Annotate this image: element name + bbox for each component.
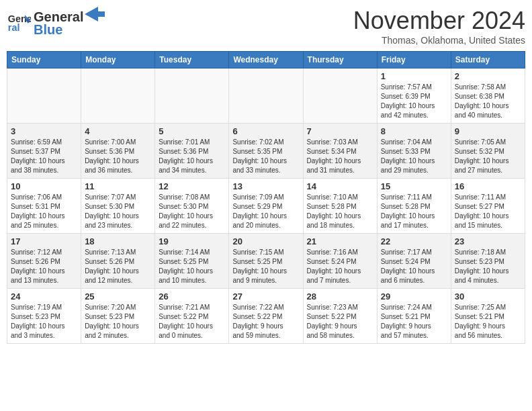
- day-number: 5: [159, 126, 225, 136]
- day-info: Sunrise: 7:15 AM Sunset: 5:25 PM Dayligh…: [232, 248, 299, 285]
- title-section: November 2024 Thomas, Oklahoma, United S…: [353, 7, 525, 46]
- logo-arrow: [85, 7, 105, 21]
- weekday-header: Tuesday: [155, 52, 229, 68]
- day-info: Sunrise: 7:57 AM Sunset: 6:39 PM Dayligh…: [381, 83, 447, 120]
- calendar-cell: [81, 68, 155, 124]
- calendar-cell: 20Sunrise: 7:15 AM Sunset: 5:25 PM Dayli…: [229, 234, 303, 289]
- day-number: 11: [85, 181, 151, 191]
- day-number: 1: [381, 71, 447, 81]
- calendar-cell: 28Sunrise: 7:23 AM Sunset: 5:22 PM Dayli…: [303, 289, 377, 344]
- day-info: Sunrise: 7:11 AM Sunset: 5:27 PM Dayligh…: [455, 193, 521, 230]
- calendar-cell: 14Sunrise: 7:10 AM Sunset: 5:28 PM Dayli…: [303, 179, 377, 234]
- day-info: Sunrise: 7:10 AM Sunset: 5:28 PM Dayligh…: [307, 193, 373, 230]
- day-number: 15: [381, 181, 447, 191]
- calendar-cell: 22Sunrise: 7:17 AM Sunset: 5:24 PM Dayli…: [377, 234, 451, 289]
- calendar-cell: [7, 68, 81, 124]
- calendar-cell: 23Sunrise: 7:18 AM Sunset: 5:23 PM Dayli…: [451, 234, 525, 289]
- day-info: Sunrise: 7:00 AM Sunset: 5:36 PM Dayligh…: [85, 138, 151, 175]
- day-info: Sunrise: 7:24 AM Sunset: 5:21 PM Dayligh…: [381, 303, 447, 340]
- calendar-cell: 25Sunrise: 7:20 AM Sunset: 5:23 PM Dayli…: [81, 289, 155, 344]
- day-number: 3: [11, 126, 77, 136]
- calendar-cell: 15Sunrise: 7:11 AM Sunset: 5:28 PM Dayli…: [377, 179, 451, 234]
- day-number: 28: [307, 291, 373, 302]
- calendar-week-row: 1Sunrise: 7:57 AM Sunset: 6:39 PM Daylig…: [7, 68, 525, 124]
- calendar-week-row: 24Sunrise: 7:19 AM Sunset: 5:23 PM Dayli…: [7, 289, 525, 344]
- day-info: Sunrise: 7:19 AM Sunset: 5:23 PM Dayligh…: [11, 303, 77, 340]
- day-number: 10: [11, 181, 77, 191]
- day-number: 21: [307, 236, 373, 246]
- day-number: 29: [381, 291, 447, 302]
- day-info: Sunrise: 6:59 AM Sunset: 5:37 PM Dayligh…: [11, 138, 77, 175]
- day-info: Sunrise: 7:22 AM Sunset: 5:22 PM Dayligh…: [232, 303, 299, 340]
- weekday-header: Monday: [81, 52, 155, 68]
- calendar-week-row: 17Sunrise: 7:12 AM Sunset: 5:26 PM Dayli…: [7, 234, 525, 289]
- calendar-cell: 11Sunrise: 7:07 AM Sunset: 5:30 PM Dayli…: [81, 179, 155, 234]
- day-info: Sunrise: 7:14 AM Sunset: 5:25 PM Dayligh…: [159, 248, 225, 285]
- logo: Gene ral General Blue: [7, 7, 105, 38]
- calendar-cell: 12Sunrise: 7:08 AM Sunset: 5:30 PM Dayli…: [155, 179, 229, 234]
- day-number: 26: [159, 291, 225, 302]
- logo-icon: Gene ral: [7, 10, 31, 34]
- day-info: Sunrise: 7:20 AM Sunset: 5:23 PM Dayligh…: [85, 303, 151, 340]
- month-title: November 2024: [353, 7, 525, 35]
- calendar-cell: 13Sunrise: 7:09 AM Sunset: 5:29 PM Dayli…: [229, 179, 303, 234]
- day-number: 20: [232, 236, 299, 246]
- calendar-week-row: 10Sunrise: 7:06 AM Sunset: 5:31 PM Dayli…: [7, 179, 525, 234]
- calendar-cell: 21Sunrise: 7:16 AM Sunset: 5:24 PM Dayli…: [303, 234, 377, 289]
- day-number: 13: [232, 181, 299, 191]
- calendar-cell: 24Sunrise: 7:19 AM Sunset: 5:23 PM Dayli…: [7, 289, 81, 344]
- calendar-cell: 8Sunrise: 7:04 AM Sunset: 5:33 PM Daylig…: [377, 124, 451, 179]
- calendar-cell: 3Sunrise: 6:59 AM Sunset: 5:37 PM Daylig…: [7, 124, 81, 179]
- calendar-cell: 2Sunrise: 7:58 AM Sunset: 6:38 PM Daylig…: [451, 68, 525, 124]
- day-number: 8: [381, 126, 447, 136]
- weekday-header: Saturday: [451, 52, 525, 68]
- day-info: Sunrise: 7:02 AM Sunset: 5:35 PM Dayligh…: [232, 138, 299, 175]
- calendar-cell: 30Sunrise: 7:25 AM Sunset: 5:21 PM Dayli…: [451, 289, 525, 344]
- weekday-header: Sunday: [7, 52, 81, 68]
- svg-marker-4: [85, 7, 105, 21]
- day-number: 12: [159, 181, 225, 191]
- day-number: 25: [85, 291, 151, 302]
- day-number: 30: [455, 291, 521, 302]
- day-number: 2: [455, 71, 521, 81]
- day-info: Sunrise: 7:18 AM Sunset: 5:23 PM Dayligh…: [455, 248, 521, 285]
- day-info: Sunrise: 7:05 AM Sunset: 5:32 PM Dayligh…: [455, 138, 521, 175]
- day-number: 6: [232, 126, 299, 136]
- day-info: Sunrise: 7:09 AM Sunset: 5:29 PM Dayligh…: [232, 193, 299, 230]
- day-info: Sunrise: 7:58 AM Sunset: 6:38 PM Dayligh…: [455, 83, 521, 120]
- calendar-table: SundayMondayTuesdayWednesdayThursdayFrid…: [7, 51, 525, 344]
- day-info: Sunrise: 7:11 AM Sunset: 5:28 PM Dayligh…: [381, 193, 447, 230]
- day-number: 23: [455, 236, 521, 246]
- day-number: 27: [232, 291, 299, 302]
- day-info: Sunrise: 7:03 AM Sunset: 5:34 PM Dayligh…: [307, 138, 373, 175]
- day-info: Sunrise: 7:12 AM Sunset: 5:26 PM Dayligh…: [11, 248, 77, 285]
- calendar-cell: 5Sunrise: 7:01 AM Sunset: 5:36 PM Daylig…: [155, 124, 229, 179]
- calendar-cell: 26Sunrise: 7:21 AM Sunset: 5:22 PM Dayli…: [155, 289, 229, 344]
- calendar-cell: [303, 68, 377, 124]
- day-info: Sunrise: 7:06 AM Sunset: 5:31 PM Dayligh…: [11, 193, 77, 230]
- day-info: Sunrise: 7:23 AM Sunset: 5:22 PM Dayligh…: [307, 303, 373, 340]
- calendar-cell: 7Sunrise: 7:03 AM Sunset: 5:34 PM Daylig…: [303, 124, 377, 179]
- calendar-cell: 17Sunrise: 7:12 AM Sunset: 5:26 PM Dayli…: [7, 234, 81, 289]
- weekday-header: Wednesday: [229, 52, 303, 68]
- calendar-cell: 18Sunrise: 7:13 AM Sunset: 5:26 PM Dayli…: [81, 234, 155, 289]
- weekday-header: Friday: [377, 52, 451, 68]
- day-number: 24: [11, 291, 77, 302]
- day-number: 7: [307, 126, 373, 136]
- calendar-cell: [155, 68, 229, 124]
- location-text: Thomas, Oklahoma, United States: [353, 35, 525, 46]
- day-info: Sunrise: 7:08 AM Sunset: 5:30 PM Dayligh…: [159, 193, 225, 230]
- calendar-cell: 1Sunrise: 7:57 AM Sunset: 6:39 PM Daylig…: [377, 68, 451, 124]
- calendar-week-row: 3Sunrise: 6:59 AM Sunset: 5:37 PM Daylig…: [7, 124, 525, 179]
- weekday-header: Thursday: [303, 52, 377, 68]
- svg-text:ral: ral: [8, 22, 20, 33]
- day-number: 14: [307, 181, 373, 191]
- day-info: Sunrise: 7:25 AM Sunset: 5:21 PM Dayligh…: [455, 303, 521, 340]
- day-info: Sunrise: 7:04 AM Sunset: 5:33 PM Dayligh…: [381, 138, 447, 175]
- day-info: Sunrise: 7:16 AM Sunset: 5:24 PM Dayligh…: [307, 248, 373, 285]
- day-info: Sunrise: 7:21 AM Sunset: 5:22 PM Dayligh…: [159, 303, 225, 340]
- calendar-cell: 10Sunrise: 7:06 AM Sunset: 5:31 PM Dayli…: [7, 179, 81, 234]
- calendar-cell: 16Sunrise: 7:11 AM Sunset: 5:27 PM Dayli…: [451, 179, 525, 234]
- calendar-cell: 29Sunrise: 7:24 AM Sunset: 5:21 PM Dayli…: [377, 289, 451, 344]
- calendar-header-row: SundayMondayTuesdayWednesdayThursdayFrid…: [7, 52, 525, 68]
